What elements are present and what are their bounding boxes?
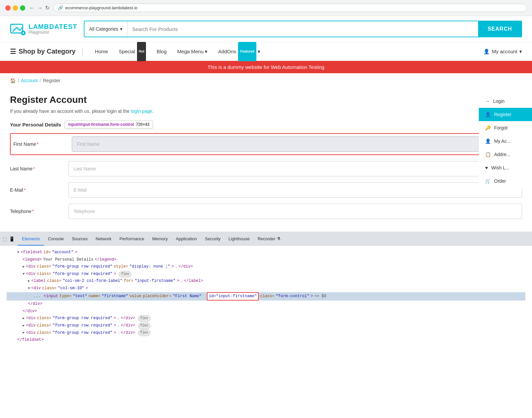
devtools-icons: ⬚ 📱 bbox=[3, 236, 15, 242]
code-line-9: ▶ <div class="form-group row required" >… bbox=[7, 315, 525, 322]
search-bar: All Categories ▾ SEARCH bbox=[84, 21, 522, 37]
required-star: * bbox=[37, 141, 38, 147]
user-icon: 👤 bbox=[483, 49, 490, 55]
category-dropdown[interactable]: All Categories ▾ bbox=[84, 21, 127, 37]
shop-by-category[interactable]: ☰ Shop by Category bbox=[10, 48, 83, 56]
sidebar-item-address[interactable]: 📋 Addre... bbox=[479, 148, 532, 161]
lock-icon: 🔗 bbox=[58, 5, 63, 10]
sidebar-item-forgot[interactable]: 🔑 Forgot bbox=[479, 121, 532, 134]
url-text: ecommerce-playground.lambdatest.io bbox=[65, 5, 138, 10]
code-line-6: ▼ <div class="col-sm-10" > bbox=[7, 285, 525, 292]
my-account-label: My account bbox=[492, 49, 517, 54]
wishlist-icon: ♥ bbox=[485, 165, 488, 170]
register-sidebar-label: Register bbox=[494, 112, 511, 117]
browser-chrome: ← → ↻ 🔗 ecommerce-playground.lambdatest.… bbox=[0, 0, 532, 16]
address-bar[interactable]: 🔗 ecommerce-playground.lambdatest.io bbox=[54, 4, 527, 12]
tab-lighthouse[interactable]: Lighthouse bbox=[224, 232, 254, 246]
logo-icon bbox=[10, 21, 26, 37]
code-line-12: </fieldset> bbox=[7, 336, 525, 344]
required-star: * bbox=[33, 166, 35, 171]
sidebar-item-my-account[interactable]: 👤 My Ac... bbox=[479, 134, 532, 148]
code-line-10: ▶ <div class="form-group row required" >… bbox=[7, 322, 525, 329]
search-button[interactable]: SEARCH bbox=[478, 21, 521, 37]
last-name-row: Last Name* bbox=[10, 161, 522, 176]
code-line-8: </div> bbox=[7, 308, 525, 315]
telephone-input[interactable] bbox=[68, 204, 522, 219]
tab-sources[interactable]: Sources bbox=[68, 232, 92, 246]
search-input[interactable] bbox=[127, 21, 478, 37]
my-account-sidebar-label: My Ac... bbox=[494, 138, 511, 144]
maximize-button[interactable] bbox=[20, 5, 25, 11]
tab-console[interactable]: Console bbox=[44, 232, 68, 246]
logo[interactable]: LAMBDATEST Playground bbox=[10, 21, 77, 37]
code-line-2: <legend>Your Personal Details</legend> bbox=[7, 256, 525, 264]
sidebar: → Login 👤 Register 🔑 Forgot 👤 My Ac... 📋… bbox=[479, 95, 532, 188]
forgot-label: Forgot bbox=[494, 125, 507, 130]
forward-button[interactable]: → bbox=[37, 5, 43, 11]
nav-mega-menu[interactable]: Mega Menu ▾ bbox=[172, 42, 213, 61]
register-section: Register Account If you already have an … bbox=[10, 95, 522, 225]
browser-navigation: ← → ↻ bbox=[29, 5, 50, 11]
breadcrumb-home[interactable]: 🏠 bbox=[10, 78, 16, 83]
register-subtitle: If you already have an account with us, … bbox=[10, 108, 522, 114]
nav-home[interactable]: Home bbox=[89, 42, 113, 61]
first-name-input[interactable] bbox=[72, 136, 519, 152]
minimize-button[interactable] bbox=[13, 5, 18, 11]
breadcrumb-sep2: / bbox=[40, 78, 41, 83]
login-icon: → bbox=[485, 99, 490, 104]
code-line-selected: ... <input type="text" name="firstname" … bbox=[7, 292, 525, 301]
brand-name: LAMBDATEST bbox=[29, 23, 77, 30]
code-line-5: ▶ <label class="col-sm-2 col-form-label"… bbox=[7, 278, 525, 285]
sidebar-item-register[interactable]: 👤 Register bbox=[479, 108, 532, 121]
breadcrumb-account[interactable]: Account bbox=[21, 78, 38, 83]
logo-text: LAMBDATEST Playground bbox=[29, 23, 77, 35]
tooltip-dimensions: 720×43 bbox=[136, 122, 149, 127]
breadcrumb: 🏠 / Account / Register bbox=[0, 73, 532, 88]
address-icon: 📋 bbox=[485, 152, 491, 157]
promo-text: This is a dummy website for Web Automati… bbox=[207, 64, 324, 70]
nav-addons[interactable]: AddOns Featured ▾ bbox=[213, 42, 265, 61]
tab-application[interactable]: Application bbox=[172, 232, 201, 246]
section-heading: Your Personal Details input#input-firstn… bbox=[10, 120, 522, 128]
nav-links: Home Special Hot Blog Mega Menu ▾ AddOns… bbox=[83, 42, 522, 61]
tab-performance[interactable]: Performance bbox=[115, 232, 148, 246]
chevron-down-icon: ▾ bbox=[519, 49, 522, 55]
login-label: Login bbox=[493, 99, 504, 104]
sidebar-item-login[interactable]: → Login bbox=[479, 95, 532, 108]
device-icon[interactable]: 📱 bbox=[9, 236, 15, 242]
sidebar-item-order[interactable]: 🛒 Order bbox=[479, 174, 532, 188]
nav-special[interactable]: Special Hot bbox=[113, 42, 151, 61]
browser-window-controls bbox=[5, 5, 25, 11]
email-input[interactable] bbox=[68, 182, 522, 198]
sidebar-item-wishlist[interactable]: ♥ Wish L... bbox=[479, 161, 532, 174]
personal-details-label: Your Personal Details bbox=[10, 122, 61, 127]
last-name-input[interactable] bbox=[68, 161, 522, 176]
main-content: Register Account If you already have an … bbox=[0, 88, 532, 225]
order-icon: 🛒 bbox=[485, 178, 491, 184]
register-title: Register Account bbox=[10, 95, 522, 105]
login-link[interactable]: login page bbox=[131, 108, 152, 114]
tooltip-selector: input#input-firstname.form-control bbox=[68, 122, 134, 127]
tab-network[interactable]: Network bbox=[92, 232, 116, 246]
wishlist-label: Wish L... bbox=[491, 165, 509, 170]
telephone-row: Telephone* bbox=[10, 204, 522, 219]
tab-security[interactable]: Security bbox=[201, 232, 224, 246]
code-line-1: ▼ <fieldset id="account" > bbox=[7, 249, 525, 256]
inspect-icon[interactable]: ⬚ bbox=[3, 236, 7, 242]
forgot-icon: 🔑 bbox=[485, 125, 491, 130]
my-account[interactable]: 👤 My account ▾ bbox=[483, 49, 522, 55]
chevron-down-icon: ▾ bbox=[120, 26, 122, 32]
nav-blog[interactable]: Blog bbox=[151, 42, 172, 61]
back-button[interactable]: ← bbox=[29, 5, 35, 11]
required-star: * bbox=[32, 209, 34, 214]
code-line-7: </div> bbox=[7, 301, 525, 308]
close-button[interactable] bbox=[5, 5, 11, 11]
devtools: ⬚ 📱 Elements Console Sources Network Per… bbox=[0, 232, 532, 347]
tab-recorder[interactable]: Recorder ⚗ bbox=[254, 232, 285, 246]
chevron-down-icon: ▾ bbox=[205, 42, 207, 61]
reload-button[interactable]: ↻ bbox=[45, 5, 50, 11]
tab-memory[interactable]: Memory bbox=[148, 232, 172, 246]
tab-elements[interactable]: Elements bbox=[18, 232, 44, 246]
site-nav: ☰ Shop by Category Home Special Hot Blog… bbox=[0, 42, 532, 61]
devtools-tab-bar: ⬚ 📱 Elements Console Sources Network Per… bbox=[0, 232, 532, 246]
